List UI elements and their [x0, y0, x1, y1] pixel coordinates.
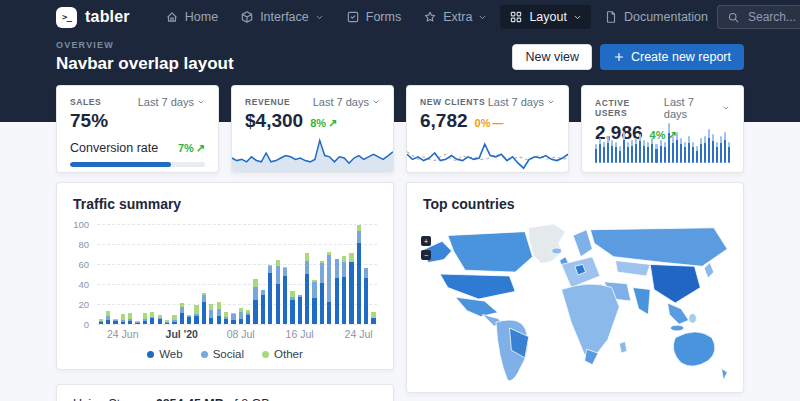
stacked-bar[interactable] [276, 260, 280, 324]
stacked-bar[interactable] [349, 253, 353, 324]
stacked-bar[interactable] [158, 315, 162, 324]
map-iceland [552, 248, 562, 254]
nav-item-forms[interactable]: Forms [337, 5, 410, 29]
home-icon [165, 10, 179, 24]
stacked-bar[interactable] [217, 302, 221, 324]
stacked-bar[interactable] [268, 265, 272, 324]
stacked-bar[interactable] [320, 261, 324, 324]
bar-segment-social [202, 295, 206, 302]
card-title: Top countries [407, 183, 743, 220]
nav-item-interface[interactable]: Interface [231, 5, 333, 29]
stacked-bar[interactable] [165, 320, 169, 324]
mini-bar [696, 146, 698, 163]
zoom-out-button[interactable]: − [421, 250, 431, 260]
bar-segment-web [143, 321, 147, 324]
traffic-summary-chart: 020406080100 [97, 224, 377, 324]
stacked-bar[interactable] [180, 303, 184, 324]
stacked-bar[interactable] [298, 295, 302, 324]
bar-segment-web [290, 300, 294, 324]
nav-item-home[interactable]: Home [156, 5, 227, 29]
bar-segment-social [312, 282, 316, 298]
stacked-bar[interactable] [121, 314, 125, 324]
range-dropdown[interactable]: Last 7 days [664, 96, 730, 120]
stacked-bar[interactable] [239, 308, 243, 324]
stacked-bar[interactable] [335, 259, 339, 324]
legend-item-social[interactable]: Social [201, 348, 244, 360]
map-mexico [455, 297, 497, 316]
world-map[interactable] [415, 222, 735, 388]
stacked-bar[interactable] [283, 267, 287, 324]
search-box[interactable] [717, 5, 800, 29]
stacked-bar[interactable] [342, 256, 346, 324]
nav-item-label: Layout [529, 10, 567, 24]
bar-segment-other [253, 279, 257, 287]
bar-segment-web [231, 320, 235, 324]
stacked-bar[interactable] [290, 291, 294, 324]
stacked-bar[interactable] [172, 315, 176, 324]
stacked-bar[interactable] [312, 280, 316, 324]
stacked-bar[interactable] [150, 312, 154, 324]
range-dropdown[interactable]: Last 7 days [313, 96, 380, 108]
stacked-bar[interactable] [99, 319, 103, 324]
mini-bar [647, 142, 649, 163]
stacked-bar[interactable] [202, 293, 206, 324]
mini-bar [688, 136, 690, 163]
legend-item-other[interactable]: Other [262, 348, 303, 360]
search-icon [727, 11, 740, 24]
search-input[interactable] [748, 10, 800, 24]
stacked-bar[interactable] [143, 313, 147, 324]
create-new-report-button[interactable]: Create new report [600, 44, 744, 70]
range-dropdown[interactable]: Last 7 days [138, 96, 205, 108]
stacked-bar[interactable] [128, 313, 132, 324]
stacked-bar[interactable] [187, 315, 191, 324]
nav-item-documentation[interactable]: Documentation [595, 5, 717, 29]
new-view-button[interactable]: New view [512, 44, 592, 70]
map-madagascar [619, 342, 627, 354]
stacked-bar[interactable] [224, 312, 228, 324]
clients-sparkline [407, 134, 568, 172]
nav-item-label: Forms [366, 10, 401, 24]
legend-label: Social [213, 348, 244, 360]
stacked-bar[interactable] [231, 313, 235, 324]
stacked-bar[interactable] [253, 279, 257, 324]
traffic-summary-card: Traffic summary 020406080100 24 JunJul '… [56, 182, 394, 370]
stacked-bar[interactable] [261, 290, 265, 324]
bar-segment-web [327, 302, 331, 324]
map-greenland [529, 224, 566, 264]
nav-item-extra[interactable]: Extra [414, 5, 496, 29]
legend-item-web[interactable]: Web [147, 348, 182, 360]
stacked-bar[interactable] [371, 312, 375, 324]
stacked-bar[interactable] [209, 304, 213, 324]
stacked-bar[interactable] [305, 253, 309, 324]
bar-segment-web [172, 322, 176, 324]
map-usa [440, 274, 515, 299]
tabler-logo-icon: >_ [56, 7, 77, 28]
page-title: Navbar overlap layout [56, 54, 234, 74]
stacked-bar[interactable] [357, 225, 361, 324]
stacked-bar[interactable] [327, 252, 331, 324]
bar-segment-social [305, 261, 309, 274]
zoom-in-button[interactable]: + [421, 236, 431, 246]
mini-bar [724, 132, 726, 164]
legend-dot [262, 351, 269, 358]
mini-bar [595, 144, 597, 163]
bar-segment-social [268, 266, 272, 273]
mini-bar [615, 142, 617, 163]
brand[interactable]: >_ tabler [56, 7, 130, 28]
y-tick-label: 100 [73, 219, 89, 230]
mini-bar [660, 140, 662, 163]
bar-segment-web [261, 295, 265, 324]
revenue-card: REVENUE Last 7 days $4,300 8%↗ [231, 85, 394, 173]
range-dropdown[interactable]: Last 7 days [488, 96, 555, 108]
nav-item-layout[interactable]: Layout [500, 5, 591, 29]
bar-segment-social [283, 268, 287, 276]
stacked-bar[interactable] [113, 319, 117, 324]
bar-segment-web [371, 318, 375, 324]
stacked-bar[interactable] [106, 311, 110, 324]
stacked-bar[interactable] [364, 268, 368, 324]
nav-menu: Home Interface Forms Extra Layout [156, 5, 717, 29]
stacked-bar[interactable] [135, 321, 139, 324]
stacked-bar[interactable] [194, 305, 198, 324]
stacked-bar[interactable] [246, 310, 250, 324]
navbar-right [717, 5, 800, 29]
